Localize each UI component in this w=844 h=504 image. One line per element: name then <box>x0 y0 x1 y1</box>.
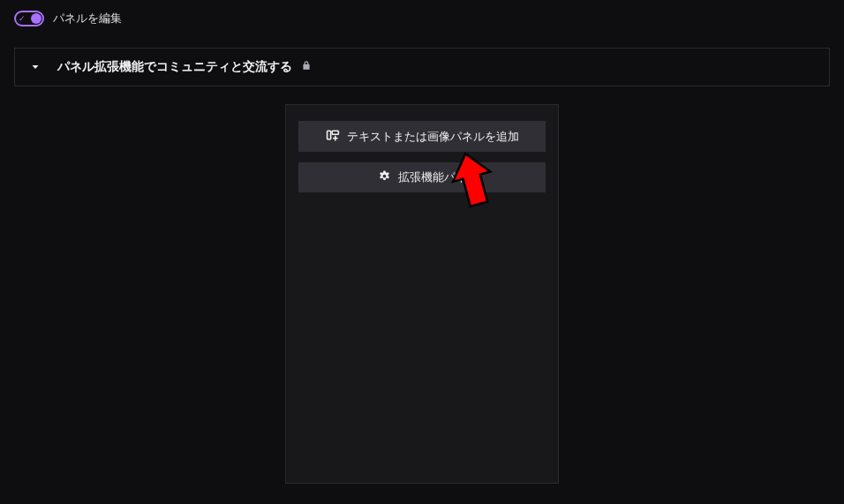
top-bar: ✓ パネルを編集 <box>0 0 844 37</box>
edit-panels-toggle[interactable]: ✓ <box>14 11 44 26</box>
add-text-image-label: テキストまたは画像パネルを追加 <box>347 129 519 145</box>
accordion-title: パネル拡張機能でコミュニティと交流する <box>57 59 312 75</box>
svg-rect-0 <box>327 131 330 139</box>
add-text-image-panel-button[interactable]: テキストまたは画像パネルを追加 <box>298 121 546 152</box>
accordion-title-text: パネル拡張機能でコミュニティと交流する <box>57 59 292 73</box>
gear-icon <box>378 169 391 185</box>
add-panel-icon <box>326 128 340 145</box>
add-extension-panel-button[interactable]: 拡張機能パネ <box>298 162 546 192</box>
toggle-check-icon: ✓ <box>19 15 26 23</box>
edit-panels-label: パネルを編集 <box>53 11 122 26</box>
panel-add-area: テキストまたは画像パネルを追加 拡張機能パネ <box>285 104 559 484</box>
extension-accordion[interactable]: パネル拡張機能でコミュニティと交流する <box>14 48 830 87</box>
toggle-knob <box>31 13 41 24</box>
chevron-down-icon <box>29 61 41 73</box>
add-extension-label: 拡張機能パネ <box>398 169 467 185</box>
lock-icon <box>301 60 312 71</box>
svg-rect-1 <box>332 131 338 134</box>
